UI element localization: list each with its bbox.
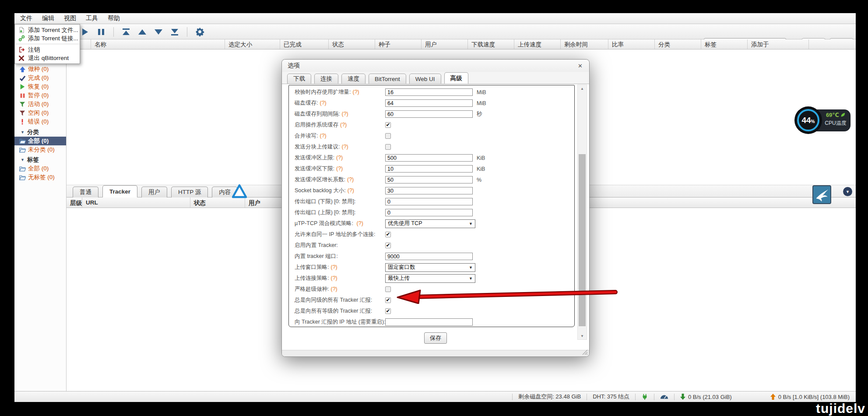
- tab-trackers[interactable]: Tracker: [102, 185, 137, 197]
- option-select-17[interactable]: 最快上传▼: [385, 274, 475, 283]
- option-select-12[interactable]: 优先使用 TCP▼: [385, 219, 475, 228]
- help-link[interactable]: (?): [320, 133, 326, 139]
- torrent-column-7[interactable]: 下载速度: [468, 39, 514, 49]
- tab-peers[interactable]: 用户: [141, 187, 167, 197]
- tab-connection[interactable]: 连接: [314, 74, 338, 84]
- option-input-0[interactable]: [385, 88, 473, 96]
- save-button[interactable]: 保存: [424, 332, 447, 344]
- connection-status-icon[interactable]: [641, 393, 648, 400]
- help-link[interactable]: (?): [330, 264, 337, 270]
- menubar-item-2[interactable]: 视图: [59, 13, 81, 24]
- help-link[interactable]: (?): [330, 286, 337, 292]
- sidebar-item-0-1[interactable]: 未分类 (0): [14, 145, 66, 154]
- torrent-column-2[interactable]: 选定大小: [225, 39, 280, 49]
- tab-webui[interactable]: Web UI: [409, 74, 441, 84]
- tracker-column-2[interactable]: 状态: [190, 197, 245, 208]
- help-link[interactable]: (?): [341, 144, 348, 150]
- torrent-column-11[interactable]: 分类: [655, 39, 701, 49]
- option-input-2[interactable]: [385, 110, 473, 118]
- option-checkbox-20[interactable]: [385, 308, 391, 314]
- scroll-down-icon[interactable]: ▼: [578, 332, 587, 339]
- tab-speed[interactable]: 速度: [341, 74, 365, 84]
- sidebar-filter-2[interactable]: 完成 (0): [14, 74, 66, 82]
- option-select-16[interactable]: 固定窗口数▼: [385, 263, 475, 272]
- torrent-column-6[interactable]: 用户: [422, 39, 468, 49]
- sidebar-filter-4[interactable]: 暂停 (0): [14, 91, 66, 100]
- sidebar-section-0[interactable]: ▼分类: [14, 128, 66, 137]
- option-input-11[interactable]: [385, 209, 473, 216]
- collapse-panel-button[interactable]: ▼: [843, 187, 852, 196]
- file-menu-item-3[interactable]: 注销: [15, 46, 80, 54]
- dialog-scrollbar[interactable]: ▲ ▼: [577, 85, 587, 340]
- help-link[interactable]: (?): [341, 111, 348, 117]
- sidebar-item-0-0[interactable]: 全部 (0): [14, 137, 66, 145]
- option-checkbox-4[interactable]: [385, 133, 391, 139]
- scrollbar-thumb[interactable]: [579, 154, 586, 326]
- tracker-column-1[interactable]: URL: [82, 197, 190, 208]
- option-input-6[interactable]: [385, 154, 473, 162]
- move-top-button[interactable]: [121, 27, 131, 37]
- option-checkbox-19[interactable]: [385, 297, 391, 303]
- sidebar-filter-7[interactable]: 错误 (0): [14, 117, 66, 126]
- tab-downloads[interactable]: 下载: [287, 74, 311, 84]
- option-checkbox-18[interactable]: [385, 286, 391, 292]
- torrent-column-9[interactable]: 剩余时间: [561, 39, 608, 49]
- option-input-10[interactable]: [385, 198, 473, 205]
- torrent-column-10[interactable]: 比率: [608, 39, 655, 49]
- menubar-item-3[interactable]: 工具: [81, 13, 103, 24]
- move-bottom-button[interactable]: [170, 27, 179, 37]
- file-menu-item-4[interactable]: 退出 qBittorrent: [15, 54, 80, 62]
- option-input-21[interactable]: [385, 318, 473, 326]
- torrent-column-1[interactable]: 名称: [91, 39, 225, 49]
- options-button[interactable]: [195, 27, 204, 37]
- bird-overlay-button[interactable]: [812, 185, 831, 204]
- tab-general[interactable]: 普通: [73, 187, 98, 197]
- option-input-9[interactable]: [385, 187, 473, 194]
- sidebar-filter-5[interactable]: 活动 (0): [14, 100, 66, 109]
- torrent-column-8[interactable]: 上传速度: [514, 39, 561, 49]
- help-link[interactable]: (?): [336, 166, 343, 172]
- torrent-column-3[interactable]: 已完成: [280, 39, 329, 49]
- tracker-column-0[interactable]: 层级: [67, 197, 82, 208]
- sidebar-filter-1[interactable]: 做种 (0): [14, 65, 66, 74]
- move-down-button[interactable]: [154, 27, 163, 37]
- file-menu-item-1[interactable]: 添加 Torrent 链接...: [15, 34, 80, 42]
- help-link[interactable]: (?): [357, 220, 363, 226]
- resume-button[interactable]: [80, 27, 90, 37]
- tab-advanced[interactable]: 高级: [444, 72, 468, 84]
- sidebar-filter-3[interactable]: 恢复 (0): [14, 82, 66, 91]
- resize-grip[interactable]: [582, 349, 588, 355]
- torrent-column-12[interactable]: 标签: [701, 39, 748, 49]
- menubar-item-0[interactable]: 文件: [15, 13, 37, 24]
- option-checkbox-3[interactable]: [385, 122, 391, 128]
- option-input-15[interactable]: [385, 253, 473, 260]
- file-menu-item-0[interactable]: 添加 Torrent 文件...: [15, 26, 80, 34]
- option-input-1[interactable]: [385, 99, 473, 107]
- tab-bittorrent[interactable]: BitTorrent: [369, 74, 406, 84]
- sidebar-item-1-0[interactable]: 全部 (0): [14, 164, 66, 173]
- help-link[interactable]: (?): [330, 275, 337, 281]
- help-link[interactable]: (?): [320, 100, 326, 106]
- help-link[interactable]: (?): [352, 89, 359, 95]
- help-link[interactable]: (?): [348, 187, 354, 194]
- pause-button[interactable]: [96, 27, 106, 37]
- option-checkbox-13[interactable]: [385, 232, 391, 237]
- move-up-button[interactable]: [137, 27, 147, 37]
- option-checkbox-14[interactable]: [385, 243, 391, 248]
- option-input-7[interactable]: [385, 165, 473, 173]
- sidebar-filter-6[interactable]: 空闲 (0): [14, 109, 66, 117]
- menubar-item-1[interactable]: 编辑: [37, 13, 59, 24]
- option-input-8[interactable]: [385, 176, 473, 183]
- torrent-column-5[interactable]: 种子: [375, 39, 422, 49]
- close-icon[interactable]: ✕: [577, 63, 583, 69]
- menubar-item-4[interactable]: 帮助: [103, 13, 125, 24]
- torrent-column-13[interactable]: 添加于: [748, 39, 809, 49]
- sidebar-section-1[interactable]: ▼标签: [14, 155, 66, 164]
- help-link[interactable]: (?): [336, 155, 343, 161]
- tab-http-sources[interactable]: HTTP 源: [171, 187, 208, 197]
- scroll-up-icon[interactable]: ▲: [578, 85, 587, 92]
- alt-speed-gauge-icon[interactable]: [660, 394, 668, 399]
- sidebar-item-1-1[interactable]: 无标签 (0): [14, 173, 66, 182]
- torrent-column-4[interactable]: 状态: [329, 39, 375, 49]
- option-checkbox-5[interactable]: [385, 144, 391, 150]
